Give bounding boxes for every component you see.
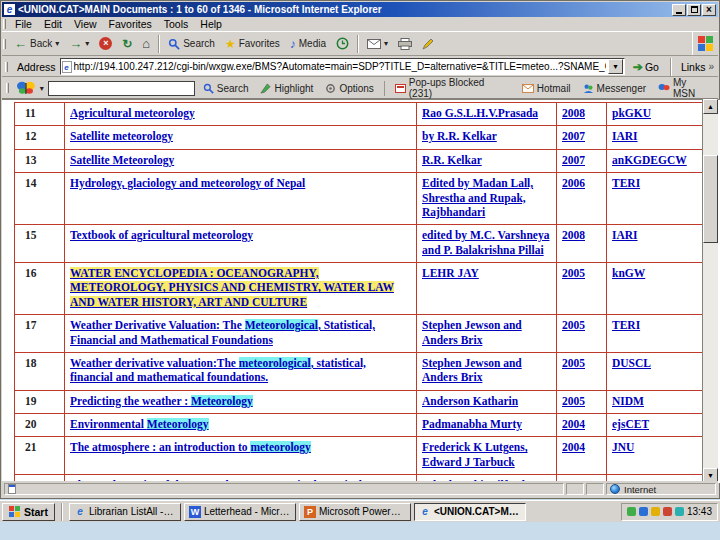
title-link[interactable]: Satellite meteorology bbox=[70, 130, 173, 142]
history-button[interactable] bbox=[331, 33, 354, 54]
menu-view[interactable]: View bbox=[68, 18, 103, 30]
author-link[interactable]: Stephen Jewson and Anders Brix bbox=[422, 357, 522, 383]
menu-file[interactable]: File bbox=[9, 18, 38, 30]
hotmail-button[interactable]: Hotmail bbox=[518, 82, 575, 95]
year-link[interactable]: 2005 bbox=[562, 319, 585, 331]
author-link[interactable]: LEHR JAY bbox=[422, 267, 479, 279]
title-link[interactable]: The atmosphere : an introduction to mete… bbox=[70, 441, 311, 453]
author-link[interactable]: Rao G.S.L.H.V.Prasada bbox=[422, 107, 538, 119]
maximize-button[interactable] bbox=[687, 4, 701, 16]
year-link[interactable]: 2007 bbox=[562, 130, 585, 142]
taskbar-task[interactable]: eLibrarian ListAll - Microsof... bbox=[69, 503, 181, 521]
library-code-link[interactable]: pkGKU bbox=[612, 107, 651, 119]
title-link[interactable]: Predicting the weather : Meteorology bbox=[70, 395, 253, 407]
title-link[interactable]: WATER ENCYCLOPEDIA : OCEANOGRAPHY, METEO… bbox=[70, 267, 394, 308]
library-code-link[interactable]: NIDM bbox=[612, 395, 644, 407]
author-link[interactable]: by R.R. Kelkar bbox=[422, 130, 497, 142]
library-code-link[interactable]: JNU bbox=[612, 441, 634, 453]
edit-button[interactable] bbox=[417, 33, 439, 54]
year-link[interactable]: 2004 bbox=[562, 441, 585, 453]
year-link[interactable]: 2005 bbox=[562, 267, 585, 279]
msn-search-button[interactable]: Search bbox=[199, 82, 253, 95]
print-button[interactable] bbox=[393, 33, 417, 54]
messenger-button[interactable]: Messenger bbox=[579, 82, 650, 95]
title-link[interactable]: Environmental Meteorology bbox=[70, 418, 209, 430]
author-link[interactable]: R.R. Kelkar bbox=[422, 154, 482, 166]
menu-edit[interactable]: Edit bbox=[38, 18, 68, 30]
toolbar-grip[interactable] bbox=[3, 39, 6, 49]
author-link[interactable]: Padmanabha Murty bbox=[422, 418, 522, 430]
close-button[interactable]: × bbox=[702, 4, 716, 16]
msn-dropdown-icon[interactable]: ▾ bbox=[40, 84, 44, 93]
taskbar-task[interactable]: WLetterhead - Microsoft Word bbox=[184, 503, 296, 521]
popup-blocker-button[interactable]: Pop-ups Blocked (231) bbox=[391, 76, 514, 100]
search-button[interactable]: Search bbox=[163, 33, 220, 54]
year-link[interactable]: 2005 bbox=[562, 395, 585, 407]
msn-options-button[interactable]: Options bbox=[321, 82, 377, 95]
address-input[interactable] bbox=[72, 60, 608, 74]
library-code-link[interactable]: ejsCET bbox=[612, 418, 649, 430]
stop-button[interactable]: × bbox=[94, 33, 117, 54]
scroll-up-button[interactable]: ▲ bbox=[703, 99, 718, 114]
tray-icon-3[interactable] bbox=[651, 507, 660, 516]
msn-search-input[interactable] bbox=[48, 81, 195, 96]
toolbar-grip[interactable] bbox=[6, 83, 9, 93]
title-link[interactable]: Textbook of agricultural meteorology bbox=[70, 229, 253, 241]
tray-icon-2[interactable] bbox=[639, 507, 648, 516]
library-code-link[interactable]: anKGDEGCW bbox=[612, 154, 687, 166]
my-msn-button[interactable]: My MSN bbox=[654, 76, 715, 100]
favorites-button[interactable]: ★ Favorites bbox=[220, 33, 285, 54]
library-code-link[interactable]: TERI bbox=[612, 319, 640, 331]
forward-button[interactable]: → ▾ bbox=[64, 33, 94, 54]
title-link[interactable]: Hydrology, glaciology and meteorology of… bbox=[70, 177, 305, 189]
toolbar-grip[interactable] bbox=[3, 19, 6, 29]
vertical-scrollbar[interactable]: ▲ ▼ bbox=[702, 99, 718, 483]
author-link[interactable]: Anderson Katharin bbox=[422, 395, 518, 407]
year-link[interactable]: 2005 bbox=[562, 357, 585, 369]
refresh-button[interactable]: ↻ bbox=[117, 33, 137, 54]
menu-tools[interactable]: Tools bbox=[158, 18, 195, 30]
ie-throbber bbox=[692, 32, 718, 55]
library-code-link[interactable]: DUSCL bbox=[612, 357, 651, 369]
start-button[interactable]: Start bbox=[2, 503, 55, 521]
address-dropdown-icon[interactable]: ▼ bbox=[608, 59, 623, 74]
taskbar-task[interactable]: e<UNION.CAT>MAIN ... bbox=[414, 503, 526, 521]
year-link[interactable]: 2006 bbox=[562, 177, 585, 189]
year-link[interactable]: 2007 bbox=[562, 154, 585, 166]
taskbar-task[interactable]: PMicrosoft PowerPoint - [U... bbox=[299, 503, 411, 521]
library-code-link[interactable]: IARI bbox=[612, 130, 638, 142]
library-code-link[interactable]: TERI bbox=[612, 177, 640, 189]
msn-highlight-button[interactable]: Highlight bbox=[256, 82, 317, 95]
media-button[interactable]: ♪ Media bbox=[285, 33, 331, 54]
mail-button[interactable]: ▾ bbox=[362, 33, 393, 54]
scrollbar-thumb[interactable] bbox=[703, 155, 718, 243]
menu-favorites[interactable]: Favorites bbox=[103, 18, 158, 30]
menu-help[interactable]: Help bbox=[194, 18, 228, 30]
author-link[interactable]: Frederick K Lutgens, Edward J Tarbuck bbox=[422, 441, 528, 467]
links-button[interactable]: Links » bbox=[681, 61, 714, 73]
title-link[interactable]: Weather derivative valuation:The meteoro… bbox=[70, 357, 366, 383]
tray-icon-4[interactable] bbox=[663, 507, 672, 516]
year-link[interactable]: 2004 bbox=[562, 418, 585, 430]
back-button[interactable]: ← Back ▾ bbox=[9, 33, 64, 54]
tray-icon-1[interactable] bbox=[627, 507, 636, 516]
library-code-link[interactable]: IARI bbox=[612, 229, 638, 241]
author-link[interactable]: Stephen Jewson and Anders Brix bbox=[422, 319, 522, 345]
mail-dropdown-icon[interactable]: ▾ bbox=[384, 39, 388, 48]
title-link[interactable]: Weather Derivative Valuation: The Meteor… bbox=[70, 319, 375, 345]
author-link[interactable]: edited by M.C. Varshneya and P. Balakris… bbox=[422, 229, 549, 255]
title-link[interactable]: Agricultural meteorology bbox=[70, 107, 195, 119]
author-cell: Frederick K Lutgens, Edward J Tarbuck bbox=[417, 437, 557, 475]
year-link[interactable]: 2008 bbox=[562, 107, 585, 119]
year-link[interactable]: 2008 bbox=[562, 229, 585, 241]
library-code-link[interactable]: knGW bbox=[612, 267, 645, 279]
forward-dropdown-icon[interactable]: ▾ bbox=[85, 39, 89, 48]
title-link[interactable]: Satellite Meteorology bbox=[70, 154, 174, 166]
minimize-button[interactable] bbox=[672, 4, 686, 16]
go-button[interactable]: ➔ Go bbox=[629, 61, 663, 73]
tray-icon-5[interactable] bbox=[675, 507, 684, 516]
author-link[interactable]: Edited by Madan Lall, Shrestha and Rupak… bbox=[422, 177, 533, 218]
back-dropdown-icon[interactable]: ▾ bbox=[55, 39, 59, 48]
home-button[interactable]: ⌂ bbox=[137, 33, 155, 54]
toolbar-grip[interactable] bbox=[5, 62, 8, 72]
